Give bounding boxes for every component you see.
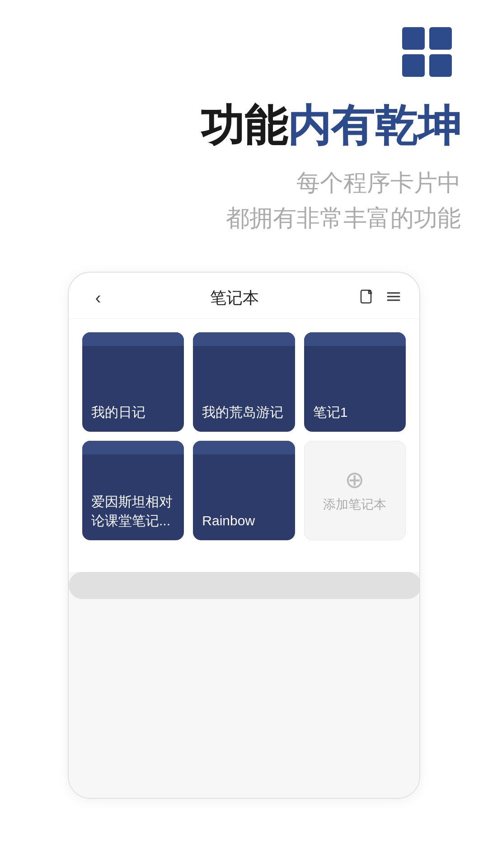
add-notebook-icon: ⊕ [345,468,365,491]
bottom-area [69,572,419,798]
notebook-card-5[interactable]: Rainbow [193,441,295,540]
logo-tile-4 [429,54,452,77]
app-header: ‹ 笔记本 [69,273,419,319]
bottom-bar [69,572,420,599]
app-title: 笔记本 [210,287,259,309]
notebook-title-1: 我的日记 [91,403,145,422]
logo-tile-3 [402,54,425,77]
heading-main: 功能 内有乾坤 [27,99,461,151]
logo-tile-2 [429,27,452,50]
notebook-title-3: 笔记1 [313,403,348,422]
logo-tile-1 [402,27,425,50]
phone-mockup-container: ‹ 笔记本 [0,272,488,799]
subtitle-line2: 都拥有非常丰富的功能 [27,200,461,236]
notebook-card-2[interactable]: 我的荒岛游记 [193,332,295,432]
add-notebook-button[interactable]: ⊕ 添加笔记本 [304,441,406,540]
notebook-title-5: Rainbow [202,511,255,530]
notebook-card-3[interactable]: 笔记1 [304,332,406,432]
heading-part1: 功能 [201,99,287,151]
heading-section: 功能 内有乾坤 每个程序卡片中 都拥有非常丰富的功能 [0,99,488,236]
subtitle-line1: 每个程序卡片中 [27,165,461,200]
svg-rect-0 [361,290,371,303]
export-icon[interactable] [360,289,375,308]
menu-icon[interactable] [386,289,401,308]
phone-mockup: ‹ 笔记本 [68,272,420,799]
header-icons [360,289,401,308]
add-notebook-label: 添加笔记本 [323,496,386,513]
notebook-card-1[interactable]: 我的日记 [82,332,184,432]
notebook-grid: 我的日记 我的荒岛游记 笔记1 爱因斯坦相对论课堂笔记... Rainbow ⊕… [69,319,419,554]
app-logo [402,27,452,77]
page: 功能 内有乾坤 每个程序卡片中 都拥有非常丰富的功能 ‹ 笔记本 [0,0,488,868]
heading-part2: 内有乾坤 [287,99,461,151]
back-button[interactable]: ‹ [87,288,109,308]
notebook-title-4: 爱因斯坦相对论课堂笔记... [91,492,175,530]
notebook-card-4[interactable]: 爱因斯坦相对论课堂笔记... [82,441,184,540]
notebook-title-2: 我的荒岛游记 [202,403,283,422]
heading-subtitle: 每个程序卡片中 都拥有非常丰富的功能 [27,165,461,236]
